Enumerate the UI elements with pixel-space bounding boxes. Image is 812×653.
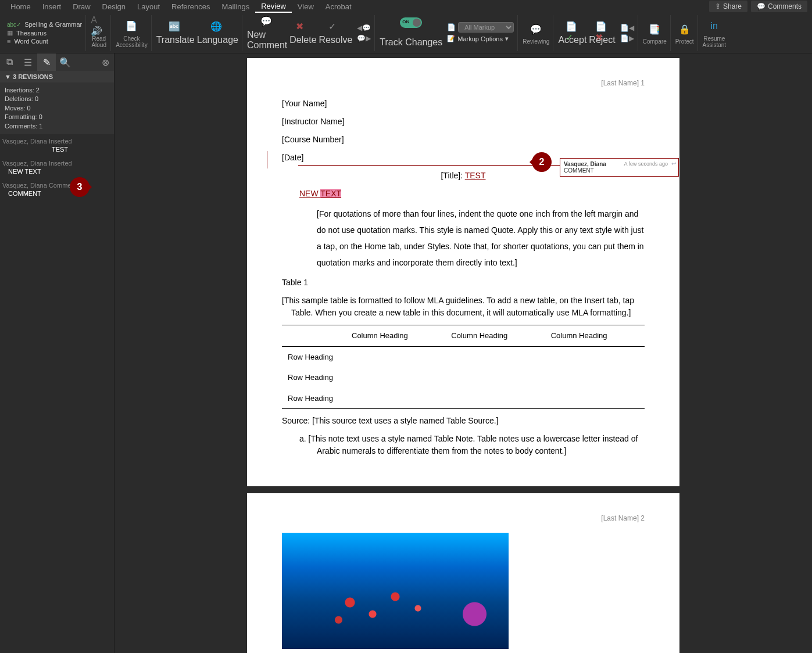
reject-button[interactable]: 📄✖ Reject: [589, 21, 615, 45]
compare-button[interactable]: 📑 Compare: [639, 15, 671, 51]
sample-table[interactable]: Column Heading Column Heading Column Hea…: [282, 325, 645, 409]
column-heading: Column Heading: [346, 325, 445, 347]
table-source[interactable]: Source: [This source text uses a style n…: [282, 415, 645, 427]
tab-references[interactable]: References: [166, 1, 216, 12]
revisions-header[interactable]: ▼ 3 REVISIONS: [0, 71, 114, 82]
tab-acrobat[interactable]: Acrobat: [320, 1, 357, 12]
language-button[interactable]: 🌐 Language: [197, 21, 238, 45]
resolve-label: Resolve: [319, 35, 353, 45]
callout-marker-2: 2: [532, 152, 552, 172]
tracking-group: ON Track Changes 📄 All Markup 📝 Markup O…: [376, 15, 518, 51]
stat-insertions: Insertions: 2: [5, 86, 109, 95]
revision-author: Vasquez, Diana Inserted: [2, 160, 112, 167]
accept-label: Accept: [558, 35, 586, 45]
tab-bar: Home Insert Draw Design Layout Reference…: [0, 0, 812, 13]
markup-select[interactable]: All Markup: [458, 22, 514, 33]
table-note[interactable]: a. [This note text uses a style named Ta…: [299, 433, 645, 457]
newcomment-icon: 💬: [260, 16, 274, 30]
sidebar-tab-thumbnails[interactable]: ⧉: [0, 53, 19, 71]
abc-icon: abc✓: [7, 21, 21, 28]
sidebar-tab-outline[interactable]: ☰: [19, 53, 37, 71]
column-heading: Column Heading: [545, 325, 645, 347]
pages-icon: ⧉: [6, 57, 13, 67]
newcomment-label: New Comment: [247, 30, 287, 51]
sidebar-close-button[interactable]: ⊗: [97, 57, 114, 68]
table-description[interactable]: [This sample table is formatted to follo…: [291, 295, 645, 319]
quote-text[interactable]: [For quotations of more than four lines,…: [317, 206, 645, 271]
revisions-count-label: 3 REVISIONS: [13, 73, 53, 80]
wordcount-label: Word Count: [14, 38, 48, 45]
sidebar-tabs: ⧉ ☰ ✎ 🔍 ⊗: [0, 53, 114, 71]
revision-item[interactable]: Vasquez, Diana Inserted NEW TEXT: [0, 156, 114, 178]
revisions-sidebar: ⧉ ☰ ✎ 🔍 ⊗ ▼ 3 REVISIONS Insertions: 2 De…: [0, 53, 115, 653]
comments-button[interactable]: 💬 Comments: [751, 1, 807, 12]
prev-comment-button[interactable]: ◀💬: [357, 24, 371, 32]
comments-label: Comments: [768, 2, 802, 10]
tab-view[interactable]: View: [292, 1, 320, 12]
reply-icon[interactable]: ↩: [671, 160, 676, 167]
tab-design[interactable]: Design: [96, 1, 131, 12]
thesaurus-button[interactable]: ▦Thesaurus: [7, 29, 82, 37]
tab-review[interactable]: Review: [255, 1, 292, 13]
marker-number: 2: [539, 157, 545, 167]
next-comment-button[interactable]: 💬▶: [357, 34, 371, 42]
document-image[interactable]: [282, 533, 509, 649]
column-heading: Column Heading: [445, 325, 545, 347]
comment-balloon[interactable]: Vasquez, Diana A few seconds ago ↩ COMME…: [560, 158, 679, 177]
sidebar-tab-find[interactable]: 🔍: [56, 53, 74, 71]
newcomment-button[interactable]: 💬 New Comment: [247, 16, 287, 51]
count-icon: ≡: [7, 38, 10, 45]
spelling-button[interactable]: abc✓Spelling & Grammar: [7, 21, 82, 28]
tab-home[interactable]: Home: [5, 1, 37, 12]
chevron-down-icon: ▾: [505, 35, 509, 42]
accessibility-label: Check Accessibility: [116, 35, 147, 48]
comment-text: COMMENT: [564, 167, 675, 174]
next-change-button[interactable]: 📄▶: [620, 34, 634, 42]
tab-layout[interactable]: Layout: [131, 1, 166, 12]
close-icon: ⊗: [102, 58, 109, 67]
revision-stats: Insertions: 2 Deletions: 0 Moves: 0 Form…: [0, 82, 114, 134]
markup-options-label: Markup Options: [457, 35, 503, 42]
new-text-line[interactable]: NEW TEXT: [299, 188, 645, 200]
reject-icon: 📄✖: [595, 21, 609, 35]
field-instructor[interactable]: [Instructor Name]: [282, 116, 645, 128]
accept-button[interactable]: 📄✓ Accept: [558, 21, 586, 45]
field-course[interactable]: [Course Number]: [282, 134, 645, 146]
revision-bar: [267, 151, 267, 168]
prev-change-button[interactable]: 📄◀: [620, 24, 634, 32]
document-area[interactable]: 1 [Last Name] 1 [Your Name] [Instructor …: [115, 53, 812, 653]
protect-button[interactable]: 🔒 Protect: [672, 15, 698, 51]
field-yourname[interactable]: [Your Name]: [282, 98, 645, 110]
linkedin-icon: in: [706, 18, 722, 34]
translate-button[interactable]: 🔤 Translate: [156, 21, 195, 45]
accessibility-button[interactable]: 📄 Check Accessibility: [112, 15, 151, 51]
markup-options-button[interactable]: 📝 Markup Options ▾: [447, 35, 514, 42]
edit-icon: ✎: [43, 57, 51, 68]
page-2: [Last Name] 2: [247, 493, 679, 653]
revision-item[interactable]: Vasquez, Diana Inserted TEST: [0, 134, 114, 156]
share-icon: ⇪: [715, 2, 721, 10]
tab-draw[interactable]: Draw: [67, 1, 96, 12]
wordcount-button[interactable]: ≡Word Count: [7, 38, 82, 45]
resume-button[interactable]: in Resume Assistant: [699, 15, 730, 51]
readaloud-button[interactable]: A🔊 Read Aloud: [87, 15, 111, 51]
proofing-group: abc✓Spelling & Grammar ▦Thesaurus ≡Word …: [3, 15, 86, 51]
trackchanges-toggle[interactable]: ON: [400, 17, 422, 28]
inserted-text-test: TEST: [465, 171, 486, 180]
share-label: Share: [723, 2, 742, 10]
page-1: [Last Name] 1 [Your Name] [Instructor Na…: [247, 58, 679, 486]
tab-insert[interactable]: Insert: [37, 1, 67, 12]
readaloud-label: Read Aloud: [91, 35, 106, 48]
resolve-button[interactable]: ✓ Resolve: [319, 21, 353, 45]
search-icon: 🔍: [59, 57, 71, 68]
table-caption[interactable]: Table 1: [282, 277, 645, 289]
main: ⧉ ☰ ✎ 🔍 ⊗ ▼ 3 REVISIONS Insertions: 2 De…: [0, 53, 812, 653]
compare-label: Compare: [643, 38, 667, 45]
chevron-down-icon: ▼: [5, 73, 11, 80]
delete-button[interactable]: ✖ Delete: [289, 21, 316, 45]
reviewing-button[interactable]: 💬 Reviewing: [519, 15, 553, 51]
share-button[interactable]: ⇪ Share: [709, 1, 747, 12]
sidebar-tab-reviewing[interactable]: ✎: [37, 53, 56, 71]
comment-icon: 💬: [757, 2, 766, 10]
tab-mailings[interactable]: Mailings: [216, 1, 256, 12]
